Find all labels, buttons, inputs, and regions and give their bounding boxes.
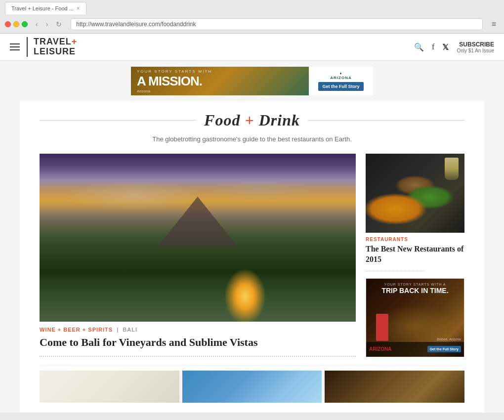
subscribe-sub-label: Only $1 An Issue xyxy=(457,48,494,53)
tab-label: Travel + Leisure - Food ... xyxy=(11,5,74,11)
ad-main-text: A MISSION. xyxy=(137,74,303,89)
ad-figure xyxy=(376,314,388,341)
browser-tab[interactable]: Travel + Leisure - Food ... × xyxy=(5,2,86,14)
forward-button[interactable]: › xyxy=(44,19,50,29)
category-secondary: BALI xyxy=(123,327,137,333)
section-subtitle: The globetrotting gastronome's guide to … xyxy=(40,135,464,143)
twitter-icon[interactable]: 𝕏 xyxy=(442,42,449,52)
sidebar-ad-big-text: TRIP BACK IN TIME. xyxy=(370,287,460,294)
site-header: TRAVEL+ LEISURE 🔍 f 𝕏 SUBSCRIBE Only $1 … xyxy=(0,34,504,61)
content-grid: WINE + BEER + SPIRITS | BALI Come to Bal… xyxy=(40,154,464,357)
main-content-area: Food + Drink The globetrotting gastronom… xyxy=(20,101,484,413)
ad-brand-sub: ♦ xyxy=(330,71,351,76)
logo-line1: TRAVEL+ xyxy=(34,37,77,47)
sidebar-ad-bottom-bar: ARIZONA Get the Full Story xyxy=(366,342,464,357)
hamburger-menu-button[interactable] xyxy=(10,43,20,50)
category-primary: WINE + BEER + SPIRITS xyxy=(40,327,113,333)
ad-location: Arizona xyxy=(137,89,303,93)
sidebar-ad-cta-button[interactable]: Get the Full Story xyxy=(427,346,461,352)
browser-navigation: ‹ › ↻ xyxy=(34,19,64,29)
thumbnail-3[interactable] xyxy=(325,371,464,403)
footer-space xyxy=(0,413,504,420)
minimize-window-button[interactable] xyxy=(13,21,19,27)
section-title: Food + Drink xyxy=(204,111,300,129)
article-title[interactable]: Come to Bali for Vineyards and Sublime V… xyxy=(40,336,356,350)
bottom-thumbnails xyxy=(40,365,464,403)
sidebar-ad[interactable]: Your story starts with a TRIP BACK IN TI… xyxy=(366,278,464,357)
search-icon[interactable]: 🔍 xyxy=(414,42,424,52)
ad-cta-button[interactable]: Get the Full Story xyxy=(318,82,363,91)
main-article: WINE + BEER + SPIRITS | BALI Come to Bal… xyxy=(40,154,356,357)
article-category: WINE + BEER + SPIRITS | BALI xyxy=(40,327,356,333)
ad-brand-name: ARIZONA xyxy=(330,76,351,80)
sidebar: RESTAURANTS The Best New Restaurants of … xyxy=(366,154,464,357)
site-logo: TRAVEL+ LEISURE xyxy=(27,37,77,57)
ad-small-text: Your story starts with xyxy=(137,69,303,74)
facebook-icon[interactable]: f xyxy=(432,42,434,51)
section-heading: Food + Drink xyxy=(40,111,464,129)
sidebar-ad-location: Bisbee, Arizona xyxy=(437,337,461,341)
ad-left-section: Your story starts with A MISSION. Arizon… xyxy=(131,67,309,95)
browser-chrome: Travel + Leisure - Food ... × ‹ › ↻ ≡ xyxy=(0,0,504,34)
sidebar-ad-small-label: Your story starts with a xyxy=(370,283,460,286)
heading-line-right xyxy=(308,120,464,121)
traffic-lights xyxy=(5,21,28,27)
subscribe-button[interactable]: SUBSCRIBE Only $1 An Issue xyxy=(457,41,494,53)
header-left: TRAVEL+ LEISURE xyxy=(10,37,77,57)
sidebar-article-category: RESTAURANTS xyxy=(366,237,464,242)
ad-right-section: ♦ ARIZONA Get the Full Story xyxy=(309,67,373,95)
logo-line2: LEISURE xyxy=(34,47,77,57)
sidebar-article: RESTAURANTS The Best New Restaurants of … xyxy=(366,154,464,271)
ad-banner[interactable]: Your story starts with A MISSION. Arizon… xyxy=(131,67,373,95)
subscribe-label: SUBSCRIBE xyxy=(459,41,494,48)
tab-close-button[interactable]: × xyxy=(77,5,80,12)
thumbnail-1[interactable] xyxy=(40,371,179,403)
main-article-image[interactable] xyxy=(40,154,356,322)
drink-glass xyxy=(445,158,459,180)
sidebar-article-divider xyxy=(366,269,425,271)
category-separator: | xyxy=(117,327,119,333)
sidebar-article-title[interactable]: The Best New Restaurants of 2015 xyxy=(366,244,464,265)
thumbnail-2[interactable] xyxy=(182,371,322,403)
sidebar-ad-text: Your story starts with a TRIP BACK IN TI… xyxy=(370,283,460,294)
browser-menu-button[interactable]: ≡ xyxy=(489,19,499,30)
page-body: TRAVEL+ LEISURE 🔍 f 𝕏 SUBSCRIBE Only $1 … xyxy=(0,34,504,420)
tab-bar: Travel + Leisure - Food ... × xyxy=(0,0,504,14)
sidebar-ad-brand: ARIZONA xyxy=(369,346,392,352)
mountain-shape xyxy=(158,197,237,246)
address-input[interactable] xyxy=(76,21,477,28)
heading-line-left xyxy=(40,120,196,121)
address-bar-container[interactable] xyxy=(71,18,482,30)
article-divider xyxy=(40,354,356,357)
browser-titlebar: ‹ › ↻ ≡ xyxy=(0,14,504,33)
sidebar-article-image[interactable] xyxy=(366,154,464,233)
maximize-window-button[interactable] xyxy=(22,21,28,27)
ad-brand-logo: ♦ ARIZONA xyxy=(330,71,351,80)
landscape-image xyxy=(40,154,356,322)
close-window-button[interactable] xyxy=(5,21,11,27)
back-button[interactable]: ‹ xyxy=(34,19,40,29)
header-right: 🔍 f 𝕏 SUBSCRIBE Only $1 An Issue xyxy=(414,41,494,53)
ad-banner-area: Your story starts with A MISSION. Arizon… xyxy=(0,61,504,101)
refresh-button[interactable]: ↻ xyxy=(54,19,64,29)
